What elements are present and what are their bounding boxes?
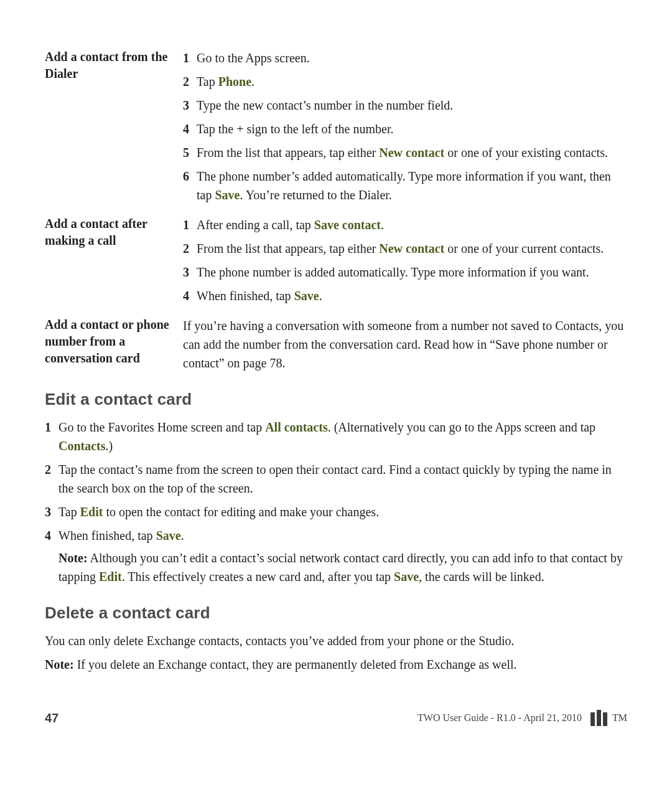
step-item: Tap the + sign to the left of the number… bbox=[183, 120, 627, 138]
section-add-after-call: Add a contact after making a call After … bbox=[45, 215, 627, 310]
inline-bold: New contact bbox=[379, 146, 444, 159]
body-text: You can only delete Exchange contacts, c… bbox=[45, 631, 627, 650]
step-text: Type the new contact’s number in the num… bbox=[197, 98, 453, 112]
step-text: or one of your existing contacts. bbox=[444, 146, 608, 159]
step-item: From the list that appears, tap either N… bbox=[183, 239, 627, 258]
inline-bold: Phone bbox=[218, 75, 251, 88]
step-item: Tap Edit to open the contact for editing… bbox=[45, 503, 627, 521]
step-text: Go to the Apps screen. bbox=[197, 51, 310, 65]
step-text: After ending a call, tap bbox=[197, 218, 314, 232]
step-text: or one of your current contacts. bbox=[444, 242, 604, 255]
step-list: Go to the Favorites Home screen and tap … bbox=[45, 418, 627, 586]
step-text: . This effectively creates a new card an… bbox=[122, 570, 394, 583]
step-text: Tap the contact’s name from the screen t… bbox=[58, 463, 612, 495]
section-add-from-dialer: Add a contact from the Dialer Go to the … bbox=[45, 49, 627, 209]
step-text: to open the contact for editing and make… bbox=[103, 505, 379, 519]
brand-logo-icon bbox=[590, 710, 607, 726]
step-item: After ending a call, tap Save contact. bbox=[183, 215, 627, 234]
step-item: Go to the Favorites Home screen and tap … bbox=[45, 418, 627, 455]
step-item: The phone number’s added automatically. … bbox=[183, 167, 627, 204]
note-label: Note: bbox=[45, 658, 74, 671]
section-body-text: If you’re having a conversation with som… bbox=[183, 319, 623, 370]
step-list: After ending a call, tap Save contact. F… bbox=[183, 215, 627, 305]
step-text: . bbox=[181, 529, 184, 542]
step-text: Tap bbox=[197, 75, 218, 88]
step-item: Type the new contact’s number in the num… bbox=[183, 96, 627, 115]
inline-bold: All contacts bbox=[265, 420, 328, 434]
step-text: .) bbox=[106, 439, 113, 453]
step-text: , the cards will be linked. bbox=[419, 570, 544, 583]
note-body: If you delete an Exchange contact, they … bbox=[74, 658, 517, 671]
step-item: When finished, tap Save. bbox=[183, 286, 627, 305]
step-text: . bbox=[251, 75, 254, 88]
inline-bold: Save contact bbox=[314, 218, 381, 232]
inline-bold: Edit bbox=[80, 505, 103, 519]
step-text: Go to the Favorites Home screen and tap bbox=[58, 420, 265, 434]
step-text: . (Alternatively you can go to the Apps … bbox=[328, 420, 595, 434]
note-text: Note: If you delete an Exchange contact,… bbox=[45, 655, 627, 674]
section-title: Add a contact from the Dialer bbox=[45, 49, 183, 82]
step-item: From the list that appears, tap either N… bbox=[183, 143, 627, 162]
step-text: When finished, tap bbox=[58, 529, 156, 542]
step-text: Tap the + sign to the left of the number… bbox=[197, 122, 393, 136]
heading-edit-contact-card: Edit a contact card bbox=[45, 390, 627, 409]
page-number: 47 bbox=[45, 711, 58, 725]
step-text: . bbox=[319, 289, 322, 303]
section-title: Add a contact after making a call bbox=[45, 215, 183, 249]
inline-bold: Save bbox=[215, 188, 240, 202]
step-text: From the list that appears, tap either bbox=[197, 242, 379, 255]
trademark-label: TM bbox=[612, 712, 627, 724]
inline-bold: Save bbox=[294, 289, 319, 303]
note-label: Note: bbox=[58, 551, 88, 565]
inline-bold: Contacts bbox=[58, 439, 106, 453]
page-footer: 47 TWO User Guide - R1.0 - April 21, 201… bbox=[45, 710, 627, 726]
step-list: Go to the Apps screen. Tap Phone. Type t… bbox=[183, 49, 627, 204]
section-add-from-conversation: Add a contact or phone number from a con… bbox=[45, 316, 627, 372]
step-text: . bbox=[381, 218, 384, 232]
inline-bold: Save bbox=[394, 570, 419, 583]
heading-delete-contact-card: Delete a contact card bbox=[45, 603, 627, 623]
step-text: . You’re returned to the Dialer. bbox=[240, 188, 391, 202]
step-item: Tap Phone. bbox=[183, 72, 627, 91]
inline-bold: Save bbox=[156, 529, 181, 542]
step-note: Note: Although you can’t edit a contact’… bbox=[58, 549, 627, 586]
step-text: When finished, tap bbox=[197, 289, 294, 303]
footer-right: TWO User Guide - R1.0 - April 21, 2010 T… bbox=[418, 710, 627, 726]
step-item: Go to the Apps screen. bbox=[183, 49, 627, 67]
footer-doc-title: TWO User Guide - R1.0 - April 21, 2010 bbox=[418, 712, 582, 724]
step-text: The phone number is added automatically.… bbox=[197, 265, 589, 279]
document-page: Add a contact from the Dialer Go to the … bbox=[0, 0, 672, 807]
step-item: The phone number is added automatically.… bbox=[183, 263, 627, 281]
inline-bold: Edit bbox=[99, 570, 122, 583]
inline-bold: New contact bbox=[379, 242, 444, 255]
step-text: From the list that appears, tap either bbox=[197, 146, 379, 159]
step-text: Tap bbox=[58, 505, 80, 519]
step-item: When finished, tap Save.Note: Although y… bbox=[45, 526, 627, 586]
section-title: Add a contact or phone number from a con… bbox=[45, 316, 183, 367]
step-item: Tap the contact’s name from the screen t… bbox=[45, 460, 627, 498]
